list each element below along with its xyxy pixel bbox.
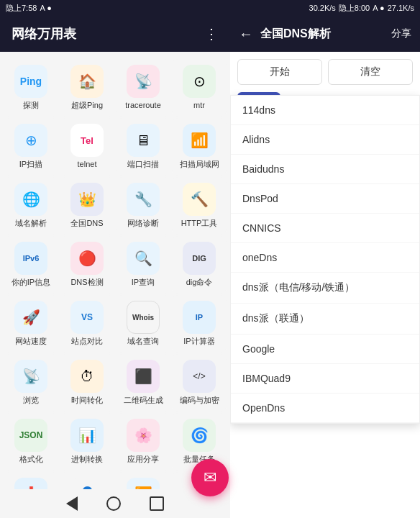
back-nav-button[interactable] — [66, 496, 78, 511]
telnet-icon: Tel — [70, 124, 104, 157]
share-button[interactable]: 分享 — [391, 27, 411, 40]
encode-label: 编码与加密 — [180, 396, 219, 405]
grid-item-alldns[interactable]: 👑 全国DNS — [60, 177, 114, 235]
grid-item-speed[interactable]: 🚀 网站速度 — [4, 295, 58, 353]
grid-item-netdiag[interactable]: 🔧 网络诊断 — [116, 177, 170, 235]
dns-option-dnspai-cu[interactable]: dns派（联通） — [231, 304, 419, 335]
superpng-label: 超级Ping — [71, 101, 103, 110]
speed-icon: 🚀 — [14, 301, 47, 334]
mtr-label: mtr — [193, 101, 205, 110]
domain-icon: 🌐 — [14, 183, 47, 216]
iplookup-icon: 🔍 — [127, 242, 160, 275]
grid-item-encode[interactable]: </> 编码与加密 — [172, 354, 227, 412]
ipinfo-icon: IPv6 — [14, 242, 47, 275]
grid-item-httptools[interactable]: 🔨 HTTP工具 — [172, 177, 227, 235]
dns-option-google[interactable]: Google — [231, 335, 419, 364]
telnet-label: telnet — [78, 160, 97, 169]
grid-item-dig[interactable]: DIG dig命令 — [172, 236, 227, 294]
right-title: 全国DNS解析 — [260, 27, 384, 42]
start-button[interactable]: 开始 — [237, 59, 322, 85]
status-time-right: 隐上8:00 — [339, 3, 370, 14]
netdiag-label: 网络诊断 — [127, 219, 159, 228]
grid-item-portscan[interactable]: 🖥 端口扫描 — [116, 118, 170, 176]
grid-item-vscompare[interactable]: VS 站点对比 — [60, 295, 114, 353]
grid-item-telnet[interactable]: Tel telnet — [60, 118, 114, 176]
grid-item-ipinfo[interactable]: IPv6 你的IP信息 — [4, 236, 58, 294]
dns-dropdown-list: 114dns Alidns Baidudns DnsPod CNNICS one… — [230, 95, 420, 424]
dns-option-opendns[interactable]: OpenDns — [231, 394, 419, 423]
dig-icon: DIG — [183, 242, 216, 275]
ipcalc-label: IP计算器 — [183, 337, 214, 346]
nav-bar-right — [230, 489, 420, 518]
grid-item-whois[interactable]: Whois 域名查询 — [116, 295, 170, 353]
home-nav-button[interactable] — [106, 496, 121, 511]
dns-option-114dns[interactable]: 114dns — [231, 96, 419, 125]
grid-item-ipcalc[interactable]: IP IP计算器 — [172, 295, 227, 353]
grid-item-browse[interactable]: 📡 浏览 — [4, 354, 58, 412]
grid-item-superpng[interactable]: 🏠 超级Ping — [60, 59, 114, 117]
grid-item-mtr[interactable]: ⊙ mtr — [172, 59, 227, 117]
batchtask-icon: 🌀 — [183, 419, 216, 452]
dns-option-onedns[interactable]: oneDns — [231, 243, 419, 273]
grid-item-ipscan[interactable]: ⊕ IP扫描 — [4, 118, 58, 176]
grid-item-qrgen[interactable]: ⬛ 二维码生成 — [116, 354, 170, 412]
dns-option-dnspai-ct[interactable]: dns派（电信/移动/铁通） — [231, 273, 419, 304]
grid-item-traceroute[interactable]: 📡 traceroute — [116, 59, 170, 117]
status-speed-right: 27.1K/s — [388, 4, 414, 12]
whois-icon: Whois — [127, 301, 160, 334]
recent-nav-button[interactable] — [150, 496, 164, 511]
speed-label: 网站速度 — [15, 337, 47, 346]
menu-icon[interactable]: ⋮ — [204, 25, 219, 42]
qrgen-icon: ⬛ — [127, 360, 160, 393]
format-label: 格式化 — [19, 455, 43, 464]
status-icons-right: A ● — [373, 4, 384, 12]
timeconv-label: 时间转化 — [71, 396, 103, 405]
qrgen-label: 二维码生成 — [124, 396, 163, 405]
grid-item-ping[interactable]: Ping 探测 — [4, 59, 58, 117]
mtr-icon: ⊙ — [183, 65, 216, 98]
app-grid: Ping 探测 🏠 超级Ping 📡 traceroute ⊙ mtr ⊕ IP… — [0, 52, 230, 518]
grid-item-convert[interactable]: 📊 进制转换 — [60, 413, 114, 471]
ping-label: 探测 — [23, 101, 39, 110]
clear-button[interactable]: 清空 — [328, 59, 413, 85]
dns-option-baidudns[interactable]: Baidudns — [231, 155, 419, 184]
vscompare-icon: VS — [70, 301, 104, 334]
back-button[interactable]: ← — [239, 26, 253, 42]
grid-item-appshare[interactable]: 🌸 应用分享 — [116, 413, 170, 471]
appshare-label: 应用分享 — [127, 455, 159, 464]
dns-option-cnnics[interactable]: CNNICS — [231, 214, 419, 243]
convert-icon: 📊 — [70, 419, 104, 452]
superpng-icon: 🏠 — [70, 65, 104, 98]
grid-item-domain[interactable]: 🌐 域名解析 — [4, 177, 58, 235]
fab-email-button[interactable]: ✉ — [191, 459, 229, 496]
right-content: 开始 清空 公共 ▼ Dns IP信息(如Time...) 114.114.11… — [230, 52, 420, 518]
portscan-icon: 🖥 — [127, 124, 160, 157]
right-panel: ← 全国DNS解析 分享 开始 清空 公共 ▼ — [230, 16, 420, 518]
app-title: 网络万用表 — [12, 25, 76, 42]
httptools-label: HTTP工具 — [181, 219, 218, 228]
status-left: 隐上7:58 A ● — [6, 3, 52, 14]
nav-bar-left — [0, 489, 230, 518]
encode-icon: </> — [183, 360, 216, 393]
action-buttons: 开始 清空 — [237, 59, 413, 85]
grid-item-timeconv[interactable]: ⏱ 时间转化 — [60, 354, 114, 412]
status-icons-left: A ● — [40, 4, 51, 12]
domain-label: 域名解析 — [15, 219, 47, 228]
grid-item-dnscheck[interactable]: 🔴 DNS检测 — [60, 236, 114, 294]
dnscheck-icon: 🔴 — [70, 242, 104, 275]
grid-item-format[interactable]: JSON 格式化 — [4, 413, 58, 471]
netdiag-icon: 🔧 — [127, 183, 160, 216]
dns-option-alidns[interactable]: Alidns — [231, 125, 419, 155]
wifiscan-label: 扫描局域网 — [180, 160, 219, 169]
ipscan-label: IP扫描 — [19, 160, 42, 169]
dns-option-ibmquad9[interactable]: IBMQuad9 — [231, 364, 419, 394]
grid-item-iplookup[interactable]: 🔍 IP查询 — [116, 236, 170, 294]
grid-item-wifiscan[interactable]: 📶 扫描局域网 — [172, 118, 227, 176]
alldns-icon: 👑 — [70, 183, 104, 216]
portscan-label: 端口扫描 — [127, 160, 159, 169]
dns-option-dnspod[interactable]: DnsPod — [231, 184, 419, 214]
dig-label: dig命令 — [186, 278, 213, 287]
browse-label: 浏览 — [23, 396, 39, 405]
whois-label: 域名查询 — [127, 337, 159, 346]
ping-icon: Ping — [14, 65, 47, 98]
